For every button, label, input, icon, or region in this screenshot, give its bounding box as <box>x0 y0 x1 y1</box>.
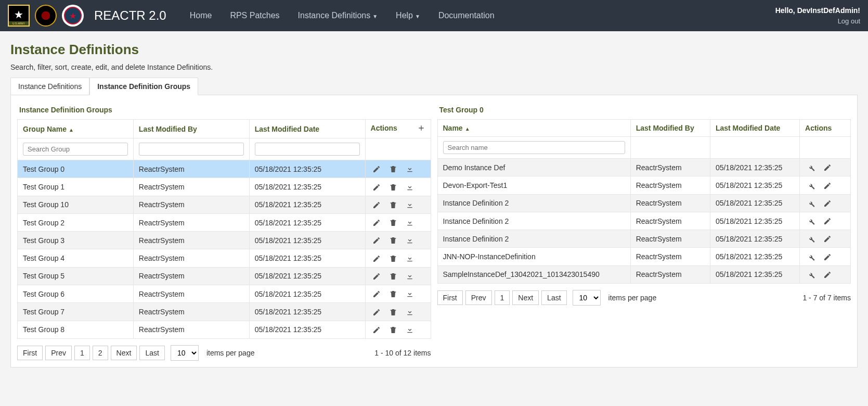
groups-header-row: Group Name▲ Last Modified By Last Modifi… <box>18 120 431 138</box>
tab-instance-definition-groups[interactable]: Instance Definition Groups <box>89 78 198 95</box>
table-row[interactable]: JNN-NOP-InstanceDefinitionReactrSystem05… <box>437 248 851 265</box>
table-row[interactable]: Test Group 0ReactrSystem05/18/2021 12:35… <box>18 160 431 178</box>
edit-icon[interactable] <box>371 236 382 245</box>
col-modified-date[interactable]: Last Modified Date <box>249 120 365 138</box>
wrench-icon[interactable] <box>805 270 817 279</box>
col-group-name[interactable]: Group Name▲ <box>18 120 134 138</box>
table-row[interactable]: Demo Instance DefReactrSystem05/18/2021 … <box>437 159 851 176</box>
download-icon[interactable] <box>404 307 416 316</box>
wrench-icon[interactable] <box>805 163 817 172</box>
download-icon[interactable] <box>404 218 416 227</box>
wrench-icon[interactable] <box>805 181 817 189</box>
table-row[interactable]: Instance Definition 2ReactrSystem05/18/2… <box>437 194 851 212</box>
download-icon[interactable] <box>404 200 416 209</box>
table-row[interactable]: Test Group 5ReactrSystem05/18/2021 12:35… <box>18 267 431 285</box>
delete-icon[interactable] <box>387 218 399 227</box>
table-row[interactable]: Test Group 6ReactrSystem05/18/2021 12:35… <box>18 285 431 303</box>
edit-icon[interactable] <box>822 217 833 225</box>
table-row[interactable]: Test Group 8ReactrSystem05/18/2021 12:35… <box>18 321 431 338</box>
col-modified-date[interactable]: Last Modified Date <box>710 120 799 137</box>
delete-icon[interactable] <box>387 253 399 262</box>
pager-first[interactable]: First <box>437 290 463 305</box>
wrench-icon[interactable] <box>805 252 817 261</box>
edit-icon[interactable] <box>371 253 382 262</box>
download-icon[interactable] <box>404 325 416 334</box>
table-row[interactable]: SampleInstanceDef_13042021_1013423015490… <box>437 265 851 283</box>
edit-icon[interactable] <box>822 270 833 279</box>
pager-page-1[interactable]: 1 <box>495 290 510 305</box>
edit-icon[interactable] <box>371 164 382 173</box>
pager-page-2[interactable]: 2 <box>93 346 108 360</box>
nav-rps-patches[interactable]: RPS Patches <box>222 7 287 24</box>
members-header-row: Name▲ Last Modified By Last Modified Dat… <box>437 120 851 137</box>
edit-icon[interactable] <box>822 252 833 261</box>
tab-instance-definitions[interactable]: Instance Definitions <box>10 78 89 95</box>
nav-instance-definitions[interactable]: Instance Definitions▼ <box>290 7 386 24</box>
col-modified-by[interactable]: Last Modified By <box>133 120 249 138</box>
pager-page-1[interactable]: 1 <box>74 346 90 360</box>
delete-icon[interactable] <box>387 307 399 316</box>
nav-home[interactable]: Home <box>182 7 220 24</box>
download-icon[interactable] <box>404 253 416 262</box>
pager-next[interactable]: Next <box>111 346 137 360</box>
nav-help[interactable]: Help▼ <box>388 7 428 24</box>
delete-icon[interactable] <box>387 272 399 281</box>
pager-last[interactable]: Last <box>541 290 566 305</box>
pager-prev[interactable]: Prev <box>45 346 72 360</box>
table-row[interactable]: Test Group 2ReactrSystem05/18/2021 12:35… <box>18 213 431 231</box>
edit-icon[interactable] <box>822 199 833 208</box>
download-icon[interactable] <box>404 289 416 298</box>
pager-first[interactable]: First <box>17 346 43 360</box>
cell-actions <box>365 232 431 249</box>
nav-documentation[interactable]: Documentation <box>431 7 502 24</box>
edit-icon[interactable] <box>822 181 833 189</box>
cell-modified-date: 05/18/2021 12:35:25 <box>249 321 365 338</box>
download-icon[interactable] <box>404 236 416 245</box>
pager-size-select[interactable]: 10 <box>573 290 601 306</box>
download-icon[interactable] <box>404 164 416 173</box>
table-row[interactable]: Devon-Export-Test1ReactrSystem05/18/2021… <box>437 176 851 194</box>
filter-modified-by-input[interactable] <box>139 143 244 156</box>
wrench-icon[interactable] <box>805 234 817 243</box>
table-row[interactable]: Test Group 4ReactrSystem05/18/2021 12:35… <box>18 249 431 267</box>
edit-icon[interactable] <box>822 163 833 172</box>
table-row[interactable]: Test Group 3ReactrSystem05/18/2021 12:35… <box>18 232 431 249</box>
col-name[interactable]: Name▲ <box>437 120 630 137</box>
table-row[interactable]: Test Group 10ReactrSystem05/18/2021 12:3… <box>18 196 431 213</box>
delete-icon[interactable] <box>387 236 399 245</box>
edit-icon[interactable] <box>371 325 382 334</box>
download-icon[interactable] <box>404 272 416 281</box>
search-group-input[interactable] <box>23 143 128 156</box>
edit-icon[interactable] <box>371 182 382 191</box>
logout-link[interactable]: Log out <box>838 17 860 25</box>
table-row[interactable]: Test Group 1ReactrSystem05/18/2021 12:35… <box>18 178 431 196</box>
edit-icon[interactable] <box>371 307 382 316</box>
edit-icon[interactable] <box>371 272 382 281</box>
table-row[interactable]: Test Group 7ReactrSystem05/18/2021 12:35… <box>18 303 431 321</box>
filter-modified-date-input[interactable] <box>255 143 360 156</box>
cell-group-name: Test Group 7 <box>18 303 134 321</box>
wrench-icon[interactable] <box>805 217 817 225</box>
edit-icon[interactable] <box>822 234 833 243</box>
table-row[interactable]: Instance Definition 2ReactrSystem05/18/2… <box>437 212 851 230</box>
edit-icon[interactable] <box>371 218 382 227</box>
download-icon[interactable] <box>404 182 416 191</box>
delete-icon[interactable] <box>387 182 399 191</box>
delete-icon[interactable] <box>387 289 399 298</box>
search-name-input[interactable] <box>443 141 625 154</box>
col-modified-by[interactable]: Last Modified By <box>630 120 710 137</box>
edit-icon[interactable] <box>371 200 382 209</box>
delete-icon[interactable] <box>387 200 399 209</box>
pager-last[interactable]: Last <box>139 346 164 360</box>
edit-icon[interactable] <box>371 289 382 298</box>
pager-size-select[interactable]: 10 <box>171 345 199 361</box>
cell-actions <box>365 178 431 196</box>
delete-icon[interactable] <box>387 325 399 334</box>
wrench-icon[interactable] <box>805 199 817 208</box>
pager-prev[interactable]: Prev <box>465 290 492 305</box>
add-group-button[interactable] <box>417 124 425 134</box>
delete-icon[interactable] <box>387 164 399 173</box>
cell-name: Instance Definition 2 <box>437 212 630 230</box>
table-row[interactable]: Instance Definition 2ReactrSystem05/18/2… <box>437 230 851 248</box>
pager-next[interactable]: Next <box>512 290 539 305</box>
